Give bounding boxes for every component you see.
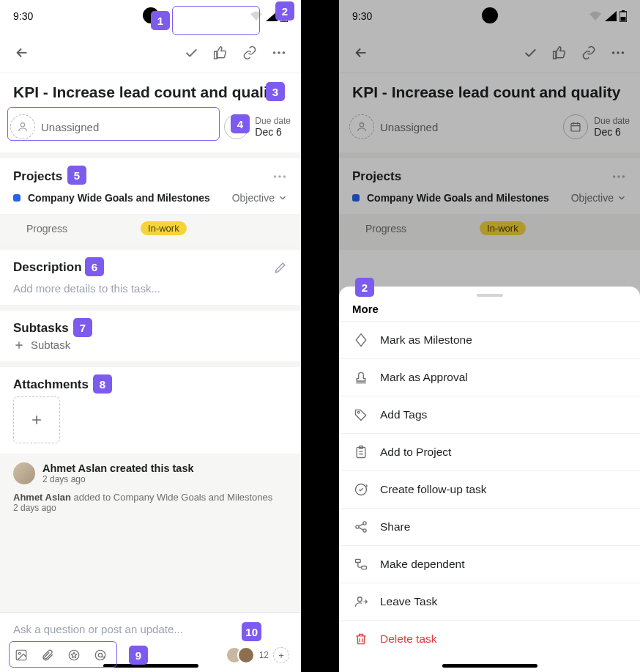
- attachment-icon[interactable]: [41, 649, 54, 662]
- menu-item-dependent[interactable]: Make dependent: [339, 545, 640, 583]
- milestone-icon: [354, 333, 368, 347]
- tag-icon: [354, 407, 368, 422]
- activity-time: 2 days ago: [42, 474, 194, 484]
- chevron-down-icon: [278, 193, 288, 203]
- assignee-pill[interactable]: Unassigned: [10, 111, 217, 142]
- phone-left: 9:30 1 2 KPI - Increase lead cou: [0, 0, 301, 672]
- due-value: Dec 6: [255, 126, 291, 138]
- description-section[interactable]: Description 6 Add more details to this t…: [0, 250, 301, 311]
- project-color-icon: [13, 194, 21, 202]
- avatar: [237, 646, 255, 664]
- trash-icon: [354, 632, 368, 646]
- more-button[interactable]: [264, 38, 294, 67]
- callout-2: 2: [355, 278, 374, 297]
- project-name: Company Wide Goals and Milestones: [28, 192, 225, 204]
- sheet-handle[interactable]: [477, 294, 503, 297]
- appreciation-icon[interactable]: [67, 649, 81, 662]
- plus-icon: [29, 413, 44, 427]
- callout-6: 6: [85, 257, 104, 276]
- svg-point-6: [21, 123, 24, 127]
- svg-rect-35: [362, 566, 367, 569]
- progress-row[interactable]: Progress In-work: [0, 214, 301, 244]
- dependent-icon: [354, 557, 368, 572]
- svg-point-15: [98, 653, 102, 657]
- link-button[interactable]: [235, 38, 264, 67]
- followup-icon: [354, 482, 368, 497]
- avatar: [13, 462, 35, 484]
- subtasks-section: Subtasks 7 Subtask: [0, 311, 301, 367]
- svg-point-9: [278, 175, 281, 178]
- svg-point-5: [283, 51, 286, 54]
- add-attachment-button[interactable]: [13, 396, 60, 443]
- collaborators[interactable]: 12 +: [226, 646, 289, 664]
- menu-item-tags[interactable]: Add Tags: [339, 396, 640, 433]
- callout-7: 7: [73, 318, 92, 337]
- callout-5: 5: [67, 166, 86, 185]
- divider: [301, 0, 339, 672]
- callout-3: 3: [266, 82, 285, 101]
- task-title[interactable]: KPI - Increase lead count and quality: [13, 84, 281, 101]
- collaborator-count: 12: [259, 650, 269, 660]
- sheet-title: More: [339, 303, 640, 321]
- projects-header: Projects: [13, 169, 62, 184]
- complete-button[interactable]: [176, 38, 206, 67]
- task-title-row: KPI - Increase lead count and quality 3: [0, 73, 301, 107]
- person-icon: [10, 114, 35, 139]
- share-icon: [354, 520, 368, 534]
- callout-10: 10: [242, 622, 261, 641]
- plus-icon: [13, 339, 25, 351]
- svg-point-3: [273, 51, 276, 54]
- progress-badge: In-work: [141, 221, 187, 235]
- home-indicator: [442, 664, 537, 668]
- project-section-select[interactable]: Objective: [232, 192, 288, 204]
- add-subtask-button[interactable]: Subtask: [13, 339, 288, 351]
- svg-point-36: [357, 597, 362, 602]
- like-button[interactable]: [206, 38, 235, 67]
- comment-composer: Ask a question or post an update... 9 10…: [0, 612, 301, 672]
- due-label: Due date: [255, 116, 291, 126]
- activity-time: 2 days ago: [13, 503, 288, 513]
- back-button[interactable]: [7, 38, 37, 67]
- description-header: Description: [13, 260, 82, 275]
- menu-item-milestone[interactable]: Mark as Milestone: [339, 321, 640, 358]
- menu-item-add-project[interactable]: Add to Project: [339, 433, 640, 470]
- svg-point-12: [18, 652, 21, 654]
- wifi-icon: [250, 11, 263, 21]
- app-bar: 1 2: [0, 32, 301, 73]
- image-icon[interactable]: [15, 649, 28, 662]
- callout-8: 8: [93, 374, 112, 394]
- menu-item-share[interactable]: Share: [339, 508, 640, 545]
- attachments-section: Attachments 8: [0, 367, 301, 454]
- stamp-icon: [354, 370, 368, 385]
- projects-more[interactable]: [272, 169, 288, 185]
- svg-point-8: [274, 175, 277, 178]
- menu-item-followup[interactable]: Create follow-up task: [339, 470, 640, 508]
- description-placeholder: Add more details to this task...: [13, 282, 288, 295]
- attachments-header: Attachments: [13, 377, 89, 392]
- add-collaborator-button[interactable]: +: [273, 647, 289, 663]
- activity-feed: Ahmet Aslan created this task 2 days ago…: [0, 454, 301, 612]
- phone-right: 9:30 KPI - Increase lead count and quali…: [339, 0, 640, 672]
- pencil-icon[interactable]: [273, 260, 288, 275]
- project-row[interactable]: Company Wide Goals and Milestones Object…: [13, 192, 288, 204]
- menu-item-leave[interactable]: Leave Task: [339, 583, 640, 620]
- svg-point-10: [283, 175, 286, 178]
- activity-item: Ahmet Aslan created this task 2 days ago: [13, 462, 288, 484]
- assign-row: Unassigned Due date Dec 6 4: [0, 107, 301, 158]
- activity-text: Ahmet Aslan created this task: [42, 462, 194, 474]
- assignee-label: Unassigned: [41, 121, 99, 133]
- subtasks-header: Subtasks: [13, 321, 69, 336]
- callout-1: 1: [151, 11, 170, 30]
- menu-item-approval[interactable]: Mark as Approval: [339, 358, 640, 396]
- clipboard-icon: [354, 445, 368, 459]
- home-indicator: [103, 664, 198, 668]
- activity-item: Ahmet Aslan added to Company Wide Goals …: [13, 492, 288, 513]
- menu-item-delete[interactable]: Delete task: [339, 620, 640, 657]
- mention-icon[interactable]: [94, 649, 107, 662]
- callout-2: 2: [275, 1, 294, 21]
- status-time: 9:30: [13, 10, 33, 22]
- svg-point-27: [357, 411, 360, 413]
- svg-point-4: [278, 51, 280, 54]
- progress-label: Progress: [26, 223, 67, 235]
- svg-point-14: [95, 650, 105, 660]
